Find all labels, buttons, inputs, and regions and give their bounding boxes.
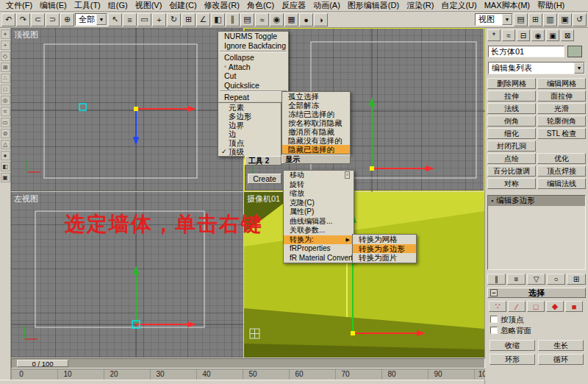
utilities-tab-icon[interactable]: ⊠ [561, 29, 574, 41]
settings-box-icon[interactable]: ▫ [224, 63, 226, 71]
angle-snap-icon[interactable]: ∠ [196, 13, 210, 26]
viewport-left-label[interactable]: 左视图 [14, 193, 38, 205]
modifier-button[interactable]: 优化 [537, 153, 586, 164]
chevron-down-icon[interactable]: ▼ [96, 14, 107, 25]
side-tool-icon[interactable]: ⌖ [1, 29, 10, 39]
grow-button[interactable]: 生长 [538, 340, 584, 351]
make-unique-icon[interactable]: ▽ [527, 274, 545, 285]
menu-help[interactable]: 帮助(H) [534, 0, 568, 11]
settings-box-icon[interactable]: ▫ [345, 171, 350, 179]
menu-group[interactable]: 组(G) [104, 0, 132, 11]
ignore-backfacing-checkbox[interactable] [490, 327, 498, 334]
side-tool-icon[interactable]: ⊞ [1, 63, 10, 72]
create-tab-icon[interactable]: * [487, 29, 501, 41]
modifier-list-dropdown[interactable]: 编辑集列表 ▼ [488, 62, 585, 74]
viewport-camera-label[interactable]: 摄像机01 [247, 193, 280, 205]
side-tool-icon[interactable]: ▣ [1, 173, 10, 182]
show-end-result-icon[interactable]: ≡ [507, 274, 526, 285]
viewport-layout-icon[interactable]: ▥ [543, 13, 557, 26]
object-name-field[interactable] [488, 46, 564, 57]
pin-stack-icon[interactable]: ∥ [487, 274, 506, 285]
side-tool-icon[interactable]: ⊘ [1, 129, 10, 138]
maximize-viewport-icon[interactable]: ▣ [558, 13, 572, 26]
selection-region-icon[interactable]: ▭ [137, 13, 151, 26]
menu-item-edge[interactable]: 边 [218, 129, 281, 138]
polygon-icon[interactable]: ◆ [546, 301, 564, 312]
time-slider[interactable]: 0 / 100 [17, 360, 68, 367]
curve-editor-icon[interactable]: ≈ [255, 13, 269, 26]
pan-view-icon[interactable]: ↺ [573, 13, 587, 26]
modifier-button[interactable]: 顶点焊接 [537, 166, 586, 177]
menu-item-collapse[interactable]: Collapse [218, 53, 288, 63]
display-tab-icon[interactable]: ▣ [546, 29, 559, 41]
side-tool-icon[interactable]: ≈ [1, 107, 10, 116]
menu-item-properties[interactable]: 属性(P) [284, 207, 354, 217]
mirror-icon[interactable]: ◧ [211, 13, 225, 26]
side-tool-icon[interactable]: □ [1, 85, 10, 94]
hierarchy-tab-icon[interactable]: ⊟ [517, 29, 530, 41]
stack-item-edit-poly[interactable]: ▪ 编辑多边形 [488, 196, 585, 206]
menu-item-repeat[interactable]: Repeat [218, 93, 288, 102]
selection-filter-dropdown[interactable]: 全部 ▼ [75, 13, 107, 26]
menu-item-top-level[interactable]: ✓顶级 [218, 147, 281, 156]
menu-item-convert-to-mesh[interactable]: 转换为网格 [353, 235, 416, 244]
menu-item-freeze-selection[interactable]: 冻结已选择的 [282, 110, 350, 118]
quick-render-icon[interactable]: ● [299, 13, 313, 26]
viewport-camera[interactable]: 摄像机01 [244, 192, 484, 358]
redo-icon[interactable]: ↷ [16, 13, 30, 26]
menu-item-attach[interactable]: ▫Attach [218, 63, 288, 72]
menu-item-unhide-all[interactable]: 撤消所有隐藏 [282, 127, 350, 136]
menu-item-hide-unselected[interactable]: 隐藏没有选择的 [282, 136, 350, 145]
modifier-button[interactable]: 对称 [487, 178, 536, 189]
menu-create[interactable]: 创建(C) [165, 0, 200, 11]
named-selection-icon[interactable]: ▤ [514, 13, 528, 26]
modifier-button[interactable]: 法线 [487, 103, 536, 114]
menu-edit[interactable]: 编辑(E) [36, 0, 71, 11]
modifier-button[interactable]: 编辑法线 [537, 178, 586, 189]
undo-icon[interactable]: ↶ [1, 13, 15, 26]
side-tool-icon[interactable]: ▭ [1, 118, 10, 127]
modifier-button[interactable]: 点绘 [487, 153, 536, 164]
reference-coordsys-dropdown[interactable]: 视图 ▼ [475, 13, 513, 26]
menu-item-curve-editor[interactable]: 曲线编辑器... [284, 217, 354, 227]
menu-item-unhide-by-name[interactable]: 按名称取消隐藏 [282, 118, 350, 127]
collapse-rollout-icon[interactable]: − [490, 289, 498, 296]
menu-item-fr-material-converter[interactable]: fR Material Converter [284, 254, 354, 263]
side-tool-icon[interactable]: △ [1, 140, 10, 149]
menu-item-rotate[interactable]: 旋转 [284, 180, 354, 190]
select-and-scale-icon[interactable]: ⊞ [182, 13, 196, 26]
menu-graph-editors[interactable]: 图形编辑器(D) [344, 0, 403, 11]
side-tool-icon[interactable]: + [1, 40, 10, 50]
select-and-link-icon[interactable]: ⊂ [31, 13, 45, 26]
side-tool-icon[interactable]: ◇ [1, 51, 10, 61]
menu-item-polygon[interactable]: 多边形 [218, 112, 281, 121]
chevron-down-icon[interactable]: ▼ [502, 14, 512, 25]
menu-item-scale[interactable]: 缩放 [284, 189, 354, 199]
loop-button[interactable]: 循环 [538, 354, 584, 365]
menu-item-clone[interactable]: 克隆(C) [284, 199, 354, 208]
modifier-button[interactable]: 拉伸 [487, 90, 536, 102]
menu-item-nurms-toggle[interactable]: NURMS Toggle [218, 32, 288, 41]
menu-customize[interactable]: 自定义(U) [437, 0, 480, 11]
layer-manager-icon[interactable]: ▤ [240, 13, 254, 26]
motion-tab-icon[interactable]: ◉ [531, 29, 545, 41]
remove-modifier-icon[interactable]: ○ [547, 274, 565, 285]
track-bar[interactable]: 0 10 20 30 40 50 60 70 80 90 100 [11, 369, 485, 380]
shrink-button[interactable]: 收缩 [490, 340, 535, 351]
ring-button[interactable]: 环形 [490, 354, 535, 365]
menu-item-convert-to-poly[interactable]: 转换为多边形 [353, 244, 416, 254]
menu-item-unfreeze-all[interactable]: 全部解冻 [282, 101, 350, 110]
menu-item-hide-selection[interactable]: 隐藏已选择的 [282, 145, 350, 154]
menu-character[interactable]: 角色(C) [243, 0, 278, 11]
menu-views[interactable]: 视图(V) [132, 0, 166, 11]
element-icon[interactable]: ■ [565, 301, 583, 312]
modifier-button[interactable]: 百分比微调 [487, 166, 536, 177]
object-color-swatch[interactable] [567, 46, 582, 57]
menu-item-quickslice[interactable]: Quickslice [218, 81, 288, 90]
menu-tools[interactable]: 工具(T) [71, 0, 104, 11]
render-last-icon[interactable]: ◑ [314, 13, 328, 26]
modifier-button[interactable]: 面拉伸 [537, 90, 586, 102]
menu-rendering[interactable]: 渲染(R) [403, 0, 437, 11]
menu-item-frproperties[interactable]: fRProperties [284, 244, 354, 254]
side-tool-icon[interactable]: ◧ [1, 162, 10, 171]
